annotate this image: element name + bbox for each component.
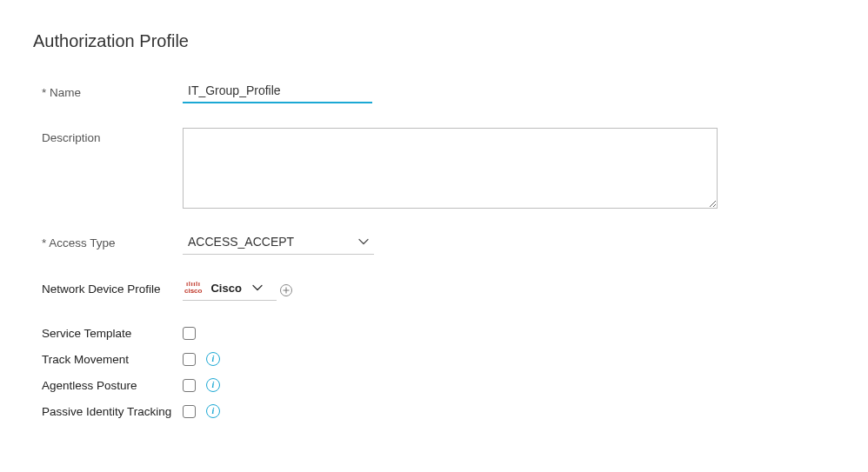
agentless-posture-row: Agentless Posture i	[33, 378, 868, 392]
passive-identity-tracking-label: Passive Identity Tracking	[33, 405, 205, 418]
info-icon[interactable]: i	[206, 378, 220, 392]
agentless-posture-label: Agentless Posture	[33, 379, 183, 392]
track-movement-checkbox[interactable]	[183, 353, 196, 366]
track-movement-label: Track Movement	[33, 353, 183, 366]
page-title: Authorization Profile	[33, 31, 868, 51]
network-device-profile-vendor: Cisco	[210, 282, 241, 295]
description-label: Description	[33, 128, 183, 144]
service-template-label: Service Template	[33, 327, 183, 340]
access-type-row: * Access Type ACCESS_ACCEPT	[33, 233, 868, 255]
service-template-row: Service Template	[33, 327, 868, 340]
passive-identity-tracking-row: Passive Identity Tracking i	[33, 404, 868, 418]
cisco-logo-icon: ılıılı cisco	[184, 281, 202, 295]
network-device-profile-select[interactable]: ılıılı cisco Cisco	[183, 279, 277, 301]
network-device-profile-label: Network Device Profile	[33, 279, 183, 296]
chevron-down-icon	[252, 283, 263, 293]
name-input[interactable]	[188, 83, 367, 97]
track-movement-row: Track Movement i	[33, 352, 868, 366]
chevron-down-icon	[358, 236, 369, 247]
info-icon[interactable]: i	[206, 352, 220, 366]
agentless-posture-checkbox[interactable]	[183, 379, 196, 392]
name-row: * Name	[33, 83, 868, 103]
description-textarea[interactable]	[183, 128, 718, 209]
network-device-profile-row: Network Device Profile ılıılı cisco Cisc…	[33, 279, 868, 301]
service-template-checkbox[interactable]	[183, 327, 196, 340]
description-row: Description	[33, 128, 868, 209]
add-icon[interactable]	[280, 284, 292, 296]
access-type-label: * Access Type	[33, 233, 183, 249]
name-input-wrap[interactable]	[183, 83, 372, 103]
info-icon[interactable]: i	[206, 404, 220, 418]
name-label: * Name	[33, 83, 183, 99]
passive-identity-tracking-checkbox[interactable]	[183, 405, 196, 418]
access-type-selected: ACCESS_ACCEPT	[188, 235, 294, 249]
access-type-select[interactable]: ACCESS_ACCEPT	[183, 233, 374, 255]
